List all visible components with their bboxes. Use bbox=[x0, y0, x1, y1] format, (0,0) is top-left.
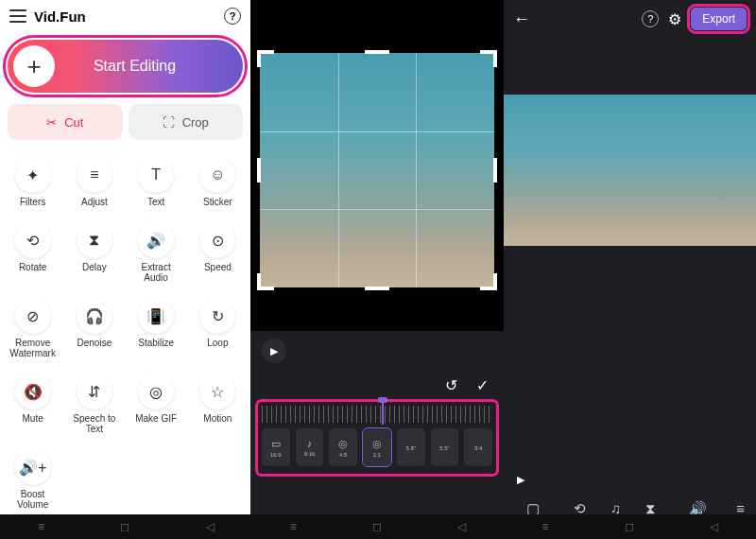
tool-speech-to-text[interactable]: ⇵Speech to Text bbox=[65, 368, 123, 440]
tool-denoise[interactable]: 🎧Denoise bbox=[65, 292, 123, 364]
back-icon[interactable]: ← bbox=[513, 9, 530, 29]
ratio-5-8-[interactable]: 5.8" bbox=[397, 428, 425, 466]
tool-mute[interactable]: 🔇Mute bbox=[4, 368, 61, 440]
tool-label: Loop bbox=[207, 338, 228, 348]
speech-to-text-icon: ⇵ bbox=[77, 374, 112, 409]
tool-label: Rotate bbox=[19, 262, 46, 272]
ratio-5-5-[interactable]: 5.5" bbox=[431, 428, 459, 466]
help-icon[interactable]: ? bbox=[642, 10, 659, 27]
tool-remove-watermark[interactable]: ⊘Remove Watermark bbox=[4, 292, 61, 364]
ratio-1-1[interactable]: ◎1:1 bbox=[363, 428, 391, 466]
tab-cut[interactable]: ✂ Cut bbox=[8, 104, 123, 140]
crop-handle-bl[interactable] bbox=[257, 273, 274, 290]
tool-delay[interactable]: ⧗Delay bbox=[65, 217, 123, 288]
nav-back-icon[interactable]: ◁ bbox=[206, 520, 215, 533]
tool-label: Extract Audio bbox=[129, 262, 183, 283]
tab-crop-label: Crop bbox=[182, 115, 209, 130]
tool-rotate[interactable]: ⟲Rotate bbox=[4, 217, 61, 288]
start-editing-label: Start Editing bbox=[55, 58, 243, 75]
adjust-icon: ≡ bbox=[77, 157, 112, 193]
make-gif-icon: ◎ bbox=[138, 374, 174, 409]
tool-label: Speed bbox=[204, 262, 232, 272]
nav-back-icon[interactable]: ◁ bbox=[457, 520, 466, 533]
app-title: Vid.Fun bbox=[34, 9, 216, 25]
loop-icon: ↻ bbox=[199, 298, 235, 334]
crop-handle-tr[interactable] bbox=[480, 50, 497, 67]
nav-recents-icon[interactable]: ≡ bbox=[38, 520, 44, 533]
tool-extract-audio[interactable]: 🔊Extract Audio bbox=[128, 217, 185, 288]
plus-icon: + bbox=[13, 45, 55, 87]
nav-recents-icon[interactable]: ≡ bbox=[541, 520, 548, 533]
tool-label: Mute bbox=[23, 413, 43, 424]
crop-icon: ⛶ bbox=[163, 115, 175, 130]
video-frame[interactable] bbox=[260, 53, 494, 287]
timeline-ruler[interactable] bbox=[262, 406, 492, 423]
play-button[interactable]: ▶ bbox=[262, 339, 286, 363]
nav-home-icon[interactable]: ◻ bbox=[625, 520, 634, 533]
ratio-16-9[interactable]: ▭16:9 bbox=[262, 428, 290, 466]
boost-volume-icon: 🔊+ bbox=[15, 449, 51, 485]
speed-icon: ⊙ bbox=[199, 222, 235, 258]
crop-handle-tl[interactable] bbox=[257, 50, 274, 67]
remove-watermark-icon: ⊘ bbox=[15, 298, 51, 334]
settings-icon[interactable]: ⚙ bbox=[668, 10, 681, 28]
crop-handle-right[interactable] bbox=[493, 158, 497, 183]
export-button[interactable]: Export bbox=[691, 8, 747, 30]
tool-make-gif[interactable]: ◎Make GIF bbox=[128, 368, 185, 440]
tool-label: Speech to Text bbox=[67, 413, 121, 434]
tool-label: Sticker bbox=[203, 197, 232, 207]
left-header: Vid.Fun ? bbox=[0, 0, 250, 32]
tool-speed[interactable]: ⊙Speed bbox=[189, 217, 247, 288]
confirm-icon[interactable]: ✓ bbox=[476, 376, 489, 394]
rotate-icon: ⟲ bbox=[15, 222, 51, 258]
crop-handle-br[interactable] bbox=[480, 273, 497, 290]
nav-back-icon[interactable]: ◁ bbox=[710, 520, 718, 533]
tool-loop[interactable]: ↻Loop bbox=[189, 292, 247, 364]
tool-text[interactable]: TText bbox=[128, 151, 185, 213]
tool-adjust[interactable]: ≡Adjust bbox=[65, 151, 123, 213]
motion-icon: ☆ bbox=[199, 374, 235, 409]
tool-stabilize[interactable]: 📳Stabilize bbox=[128, 292, 185, 364]
delay-icon: ⧗ bbox=[77, 222, 112, 258]
crop-handle-left[interactable] bbox=[257, 158, 261, 183]
video-preview[interactable] bbox=[504, 95, 756, 246]
filters-icon: ✦ bbox=[15, 157, 51, 193]
tab-crop[interactable]: ⛶ Crop bbox=[129, 104, 244, 140]
mute-icon: 🔇 bbox=[15, 374, 51, 409]
playhead[interactable] bbox=[382, 402, 384, 425]
play-row: ▶ bbox=[250, 331, 504, 371]
reset-icon[interactable]: ↺ bbox=[445, 376, 457, 394]
right-timeline: ▶ bbox=[504, 466, 756, 493]
tool-label: Text bbox=[147, 197, 164, 207]
ratio-4-5[interactable]: ◎4:5 bbox=[329, 428, 357, 466]
tool-filters[interactable]: ✦Filters bbox=[4, 151, 61, 213]
right-panel: ← ? ⚙ Export ▶ ▢Background⟲Motion♫BGM⧗De… bbox=[504, 0, 756, 539]
nav-recents-icon[interactable]: ≡ bbox=[290, 520, 297, 533]
tool-motion[interactable]: ☆Motion bbox=[189, 368, 247, 440]
tab-row: ✂ Cut ⛶ Crop bbox=[0, 100, 250, 144]
start-editing-button[interactable]: + Start Editing bbox=[8, 40, 243, 93]
android-nav-bar: ≡◻◁ ≡◻◁ ≡◻◁ bbox=[0, 514, 756, 539]
nav-home-icon[interactable]: ◻ bbox=[120, 520, 129, 533]
action-row: ↺ ✓ bbox=[250, 371, 504, 400]
extract-audio-icon: 🔊 bbox=[138, 222, 174, 258]
ratio-3-4[interactable]: 3:4 bbox=[464, 428, 492, 466]
tool-sticker[interactable]: ☺Sticker bbox=[189, 151, 247, 213]
denoise-icon: 🎧 bbox=[77, 298, 112, 334]
ratio-9-16[interactable]: ♪9:16 bbox=[296, 428, 324, 466]
crop-handle-top[interactable] bbox=[365, 50, 389, 54]
tool-label: Delay bbox=[82, 262, 107, 272]
middle-panel: ▶ ↺ ✓ ▭16:9♪9:16◎4:5◎1:15.8"5.5"3:4 bbox=[250, 0, 504, 539]
crop-handle-bottom[interactable] bbox=[365, 287, 389, 290]
tool-label: Filters bbox=[20, 197, 45, 207]
scissors-icon: ✂ bbox=[46, 115, 57, 130]
tool-label: Stabilize bbox=[138, 338, 174, 348]
tool-label: Boost Volume bbox=[6, 489, 60, 510]
tool-label: Remove Watermark bbox=[6, 338, 60, 358]
play-button-right[interactable]: ▶ bbox=[513, 472, 528, 487]
tool-boost-volume[interactable]: 🔊+Boost Volume bbox=[4, 443, 61, 515]
nav-home-icon[interactable]: ◻ bbox=[372, 520, 382, 533]
right-header: ← ? ⚙ Export bbox=[504, 0, 756, 38]
help-icon[interactable]: ? bbox=[224, 8, 241, 25]
menu-icon[interactable] bbox=[9, 9, 26, 23]
